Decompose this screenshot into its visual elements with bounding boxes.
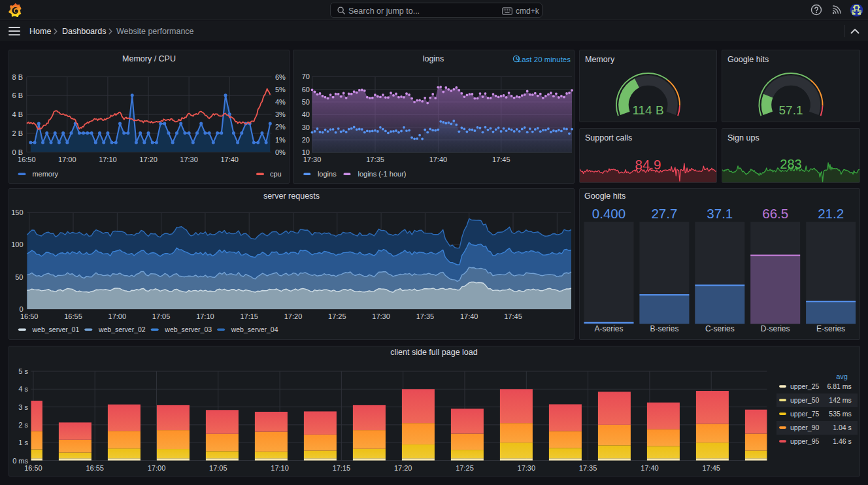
svg-text:upper_95: upper_95 — [790, 437, 820, 445]
svg-text:17:05: 17:05 — [209, 464, 227, 472]
svg-text:17:45: 17:45 — [702, 464, 720, 472]
svg-text:17:00: 17:00 — [58, 156, 76, 163]
svg-text:3%: 3% — [275, 110, 286, 118]
svg-text:17:20: 17:20 — [394, 464, 412, 472]
svg-text:web_server_04: web_server_04 — [231, 326, 278, 333]
svg-text:1.46 s: 1.46 s — [833, 437, 852, 445]
svg-text:84.9: 84.9 — [635, 157, 661, 172]
svg-text:17:30: 17:30 — [372, 312, 390, 320]
svg-text:Memory / CPU: Memory / CPU — [122, 54, 176, 63]
svg-text:web_server_02: web_server_02 — [98, 326, 146, 333]
svg-text:server requests: server requests — [263, 192, 320, 201]
svg-text:17:40: 17:40 — [429, 156, 448, 163]
svg-text:6.81 ms: 6.81 ms — [827, 382, 851, 390]
svg-text:40: 40 — [302, 110, 310, 118]
svg-text:27.7: 27.7 — [651, 206, 677, 221]
svg-text:30: 30 — [302, 124, 310, 131]
svg-text:50: 50 — [15, 273, 23, 281]
svg-text:Support calls: Support calls — [585, 133, 632, 142]
svg-text:17:00: 17:00 — [148, 464, 166, 472]
svg-text:17:35: 17:35 — [416, 312, 435, 320]
svg-text:100: 100 — [11, 241, 23, 248]
svg-text:17:40: 17:40 — [641, 464, 659, 472]
svg-text:17:25: 17:25 — [328, 312, 346, 320]
svg-text:A-series: A-series — [594, 324, 623, 333]
svg-text:4 s: 4 s — [18, 385, 28, 393]
svg-text:logins: logins — [318, 170, 337, 178]
svg-text:17:10: 17:10 — [271, 464, 289, 472]
svg-text:37.1: 37.1 — [707, 206, 733, 221]
svg-text:283: 283 — [780, 157, 801, 171]
svg-text:Sign ups: Sign ups — [727, 133, 760, 142]
svg-text:logins (-1 hour): logins (-1 hour) — [358, 170, 407, 178]
svg-text:17:45: 17:45 — [492, 156, 510, 163]
svg-text:4 B: 4 B — [12, 110, 23, 118]
svg-text:66.5: 66.5 — [762, 206, 788, 221]
svg-text:upper_90: upper_90 — [790, 424, 820, 431]
svg-text:17:20: 17:20 — [139, 156, 158, 163]
svg-text:upper_25: upper_25 — [790, 382, 820, 390]
svg-text:60: 60 — [302, 86, 310, 93]
svg-text:21.2: 21.2 — [818, 206, 844, 221]
svg-text:6%: 6% — [275, 73, 286, 81]
svg-text:8 B: 8 B — [12, 73, 23, 81]
svg-text:17:00: 17:00 — [108, 312, 127, 320]
svg-text:50: 50 — [302, 98, 310, 106]
svg-text:17:35: 17:35 — [366, 156, 384, 163]
svg-text:avg: avg — [836, 373, 848, 380]
svg-text:17:30: 17:30 — [303, 156, 322, 163]
svg-text:3 s: 3 s — [18, 403, 28, 411]
svg-text:0: 0 — [19, 305, 23, 313]
svg-text:17:30: 17:30 — [518, 464, 536, 472]
svg-text:17:40: 17:40 — [220, 156, 239, 163]
svg-text:5 s: 5 s — [18, 367, 28, 375]
svg-text:17:15: 17:15 — [240, 312, 258, 320]
svg-text:150: 150 — [11, 209, 23, 216]
svg-text:web_server_01: web_server_01 — [32, 326, 80, 333]
svg-text:535 ms: 535 ms — [829, 410, 851, 418]
svg-text:70: 70 — [302, 73, 310, 80]
svg-text:6 B: 6 B — [12, 92, 23, 99]
svg-text:web_server_03: web_server_03 — [164, 326, 212, 333]
svg-text:Last 20 minutes: Last 20 minutes — [518, 56, 571, 63]
svg-text:16:50: 16:50 — [24, 464, 42, 472]
svg-text:2%: 2% — [275, 123, 286, 131]
svg-text:17:40: 17:40 — [460, 312, 478, 320]
svg-text:D-series: D-series — [761, 324, 790, 333]
svg-text:16:55: 16:55 — [64, 312, 82, 320]
svg-text:0 ms: 0 ms — [12, 457, 28, 465]
svg-text:16:50: 16:50 — [20, 312, 39, 320]
svg-text:Memory: Memory — [585, 55, 615, 64]
svg-text:17:45: 17:45 — [504, 312, 522, 320]
svg-text:memory: memory — [32, 170, 58, 178]
svg-text:17:25: 17:25 — [456, 464, 474, 472]
svg-text:C-series: C-series — [705, 324, 735, 333]
svg-text:17:30: 17:30 — [180, 156, 198, 163]
svg-text:2 s: 2 s — [18, 421, 28, 429]
svg-text:57.1: 57.1 — [779, 103, 803, 117]
svg-text:0%: 0% — [275, 148, 286, 156]
svg-text:Google hits: Google hits — [584, 192, 626, 201]
svg-text:17:05: 17:05 — [152, 312, 171, 320]
svg-text:20: 20 — [302, 136, 310, 144]
svg-text:16:55: 16:55 — [86, 464, 104, 472]
svg-text:E-series: E-series — [816, 324, 845, 333]
svg-text:0.400: 0.400 — [592, 206, 626, 221]
svg-text:logins: logins — [423, 54, 444, 63]
svg-text:114 B: 114 B — [632, 103, 663, 117]
svg-text:B-series: B-series — [650, 324, 678, 333]
svg-text:17:35: 17:35 — [579, 464, 597, 472]
svg-text:17:10: 17:10 — [99, 156, 117, 163]
svg-text:cpu: cpu — [270, 170, 282, 178]
svg-text:upper_75: upper_75 — [790, 410, 820, 418]
svg-text:17:10: 17:10 — [196, 312, 214, 320]
svg-text:2 B: 2 B — [12, 129, 23, 137]
svg-text:upper_50: upper_50 — [790, 396, 820, 404]
svg-text:5%: 5% — [275, 86, 286, 93]
svg-text:17:15: 17:15 — [333, 464, 351, 472]
svg-text:1 s: 1 s — [18, 439, 28, 446]
svg-text:1.04 s: 1.04 s — [833, 424, 852, 431]
svg-text:16:50: 16:50 — [18, 156, 36, 163]
svg-text:17:20: 17:20 — [284, 312, 303, 320]
svg-text:Google hits: Google hits — [727, 55, 769, 64]
